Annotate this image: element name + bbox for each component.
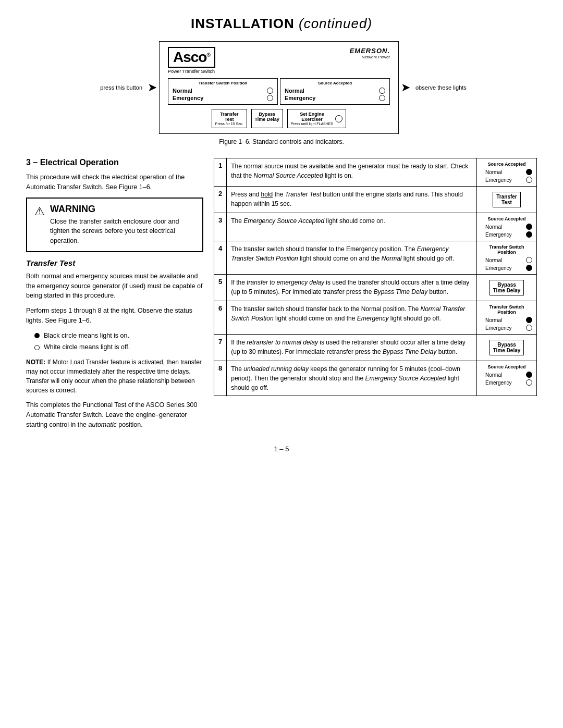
page-number: 1 – 5 bbox=[26, 445, 537, 453]
led-normal-on bbox=[526, 224, 532, 230]
led-emergency-on bbox=[526, 231, 532, 238]
step-number: 6 bbox=[214, 301, 227, 335]
step-number: 8 bbox=[214, 361, 227, 396]
bypass-label: BypassTime Delay bbox=[255, 112, 279, 122]
table-row: 1 The normal source must be available an… bbox=[214, 158, 537, 187]
title-text: INSTALLATION bbox=[191, 16, 295, 31]
para1: This procedure will check the electrical… bbox=[26, 172, 203, 192]
transfer-test-label: TransferTest bbox=[215, 112, 243, 122]
section-heading: 3 – Electrical Operation bbox=[26, 158, 203, 167]
title-continued: (continued) bbox=[299, 16, 372, 31]
step-indicator: TransferTest bbox=[477, 187, 537, 213]
table-row: 2 Press and hold the Transfer Test butto… bbox=[214, 187, 537, 213]
press-this-button-label: press this button bbox=[100, 84, 142, 91]
step-text: If the retransfer to normal delay is use… bbox=[227, 335, 477, 361]
warning-box: ⚠ WARNING Close the transfer switch encl… bbox=[26, 198, 203, 252]
emergency-row: Emergency bbox=[173, 95, 273, 101]
bullet-item-1: Black circle means light is on. bbox=[34, 331, 203, 341]
step-number: 4 bbox=[214, 241, 227, 275]
figure-header: Asco® Power Transfer Switch EMERSON. Net… bbox=[168, 47, 390, 74]
table-row: 7 If the retransfer to normal delay is u… bbox=[214, 335, 537, 361]
bypass-time-delay-ind-button-2: BypassTime Delay bbox=[489, 340, 524, 355]
table-row: 5 If the transfer to emergency delay is … bbox=[214, 275, 537, 301]
table-row: 3 The Emergency Source Accepted light sh… bbox=[214, 213, 537, 241]
led-emergency-off bbox=[526, 379, 532, 386]
warning-content: WARNING Close the transfer switch enclos… bbox=[50, 204, 195, 246]
step-indicator: Source Accepted Normal Emergency bbox=[477, 361, 537, 396]
step-indicator: BypassTime Delay bbox=[477, 335, 537, 361]
source-accepted-title: Source Accepted bbox=[285, 81, 385, 85]
led-normal-off bbox=[526, 257, 532, 263]
bullet1-text: Black circle means light is on. bbox=[44, 331, 129, 341]
led-emergency-off bbox=[526, 325, 532, 331]
set-engine-text: Set EngineExerciser Press until light FL… bbox=[291, 112, 333, 126]
transfer-test-button: TransferTest Press for 15 Sec. bbox=[212, 109, 247, 128]
note-text: NOTE: If Motor Load Transfer feature is … bbox=[26, 357, 203, 395]
fig-label-left: press this button bbox=[80, 84, 142, 91]
step-number: 7 bbox=[214, 335, 227, 361]
set-engine-led bbox=[335, 115, 342, 122]
set-engine-exerciser-button: Set EngineExerciser Press until light FL… bbox=[287, 109, 346, 128]
step-indicator: Transfer SwitchPosition Normal Emergency bbox=[477, 241, 537, 275]
transfer-switch-position-panel: Transfer Switch Position Normal Emergenc… bbox=[168, 78, 278, 105]
fig-label-right: observe these lights bbox=[415, 84, 483, 91]
step-text: If the transfer to emergency delay is us… bbox=[227, 275, 477, 301]
figure-wrapper: press this button ➤ Asco® Power Transfer… bbox=[80, 41, 483, 134]
asco-logo: Asco® bbox=[168, 47, 215, 68]
normal-label: Normal bbox=[173, 88, 192, 94]
step-number: 5 bbox=[214, 275, 227, 301]
step-number: 2 bbox=[214, 187, 227, 213]
emergency-label: Emergency bbox=[173, 95, 203, 101]
figure-box: Asco® Power Transfer Switch EMERSON. Net… bbox=[159, 41, 399, 134]
bypass-time-delay-ind-button: BypassTime Delay bbox=[489, 280, 524, 295]
led-emergency-on bbox=[526, 265, 532, 271]
observe-lights-label: observe these lights bbox=[415, 84, 467, 91]
warning-text: Close the transfer switch enclosure door… bbox=[50, 217, 195, 246]
led-normal-on bbox=[526, 169, 532, 175]
arrow-left-icon: ➤ bbox=[148, 81, 157, 94]
normal2-led bbox=[379, 88, 385, 94]
transfer-test-ind-button: TransferTest bbox=[493, 192, 520, 207]
step-indicator: Source Accepted Normal Emergency bbox=[477, 158, 537, 187]
bullet-item-2: White circle means light is off. bbox=[34, 342, 203, 352]
buttons-row: TransferTest Press for 15 Sec. BypassTim… bbox=[168, 109, 390, 128]
warning-icon: ⚠ bbox=[34, 205, 45, 218]
led-emergency-off bbox=[526, 177, 532, 183]
emergency-led bbox=[267, 95, 273, 101]
step-text: The transfer switch should transfer to t… bbox=[227, 241, 477, 275]
main-content: 3 – Electrical Operation This procedure … bbox=[26, 158, 537, 435]
led-normal-on bbox=[526, 317, 532, 323]
warning-title: WARNING bbox=[50, 204, 195, 215]
empty-bullet-icon bbox=[34, 345, 40, 350]
asco-brand: Asco® Power Transfer Switch bbox=[168, 47, 215, 74]
para3: Perform steps 1 through 8 at the right. … bbox=[26, 306, 203, 326]
table-row: 4 The transfer switch should transfer to… bbox=[214, 241, 537, 275]
figure-caption: Figure 1–6. Standard controls and indica… bbox=[219, 138, 344, 145]
arrow-right-icon: ➤ bbox=[401, 81, 410, 94]
source-accepted-panel: Source Accepted Normal Emergency bbox=[280, 78, 390, 105]
transfer-test-sub: Press for 15 Sec. bbox=[215, 122, 243, 126]
emerson-brand: EMERSON. Network Power bbox=[350, 47, 390, 59]
normal2-label: Normal bbox=[285, 88, 304, 94]
emerson-sub-text: Network Power bbox=[350, 55, 390, 59]
normal-row: Normal bbox=[173, 88, 273, 94]
left-column: 3 – Electrical Operation This procedure … bbox=[26, 158, 203, 435]
transfer-switch-position-title: Transfer Switch Position bbox=[173, 81, 273, 85]
emerson-logo-text: EMERSON. bbox=[350, 47, 390, 55]
table-row: 8 The unloaded running delay keeps the g… bbox=[214, 361, 537, 396]
normal-led bbox=[267, 88, 273, 94]
step-number: 3 bbox=[214, 213, 227, 241]
para2: Both normal and emergency sources must b… bbox=[26, 272, 203, 301]
bullet2-text: White circle means light is off. bbox=[44, 342, 130, 352]
emergency2-led bbox=[379, 95, 385, 101]
bypass-time-delay-button: BypassTime Delay bbox=[251, 109, 283, 128]
filled-bullet-icon bbox=[34, 333, 40, 338]
bullet-list: Black circle means light is on. White ci… bbox=[34, 331, 203, 353]
table-row: 6 The transfer switch should transfer ba… bbox=[214, 301, 537, 335]
led-normal-on bbox=[526, 372, 532, 378]
step-indicator: BypassTime Delay bbox=[477, 275, 537, 301]
step-text: The Emergency Source Accepted light shou… bbox=[227, 213, 477, 241]
panel-section: Transfer Switch Position Normal Emergenc… bbox=[168, 78, 390, 105]
step-text: The transfer switch should transfer back… bbox=[227, 301, 477, 335]
normal2-row: Normal bbox=[285, 88, 385, 94]
